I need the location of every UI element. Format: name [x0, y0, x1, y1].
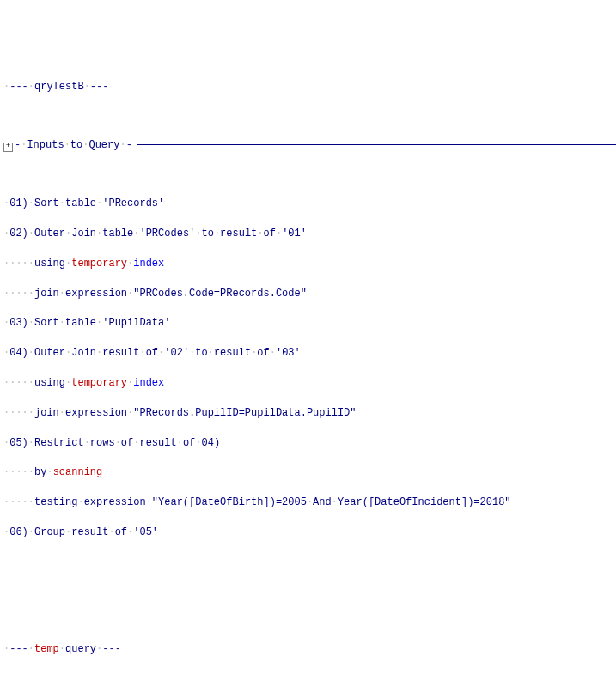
- plan-step: ·02)·Outer·Join·table·'PRCodes'·to·resul…: [3, 227, 613, 241]
- plan-step: ·01)·Sort·table·'PRecords': [3, 197, 613, 211]
- section2-title: ·---·temp·query·---: [3, 642, 613, 657]
- plan-detail: ·····join·expression·"PRecords.PupilID=P…: [3, 406, 613, 421]
- expand-icon[interactable]: +: [3, 143, 13, 152]
- section1-title: ·---·qryTestB·---: [3, 80, 613, 94]
- plan-detail: ·····testing·expression·"Year([DateOfBir…: [3, 495, 613, 510]
- plan-step: ·03)·Sort·table·'PupilData': [3, 316, 613, 331]
- plan-step: ·06)·Group·result·of·'05': [3, 525, 613, 540]
- plan-step: ·05)·Restrict·rows·of·result·of·04): [3, 436, 613, 451]
- plan-detail: ·····using·temporary·index: [3, 257, 613, 271]
- plan-step: ·04)·Outer·Join·result·of·'02'·to·result…: [3, 346, 613, 361]
- plan-detail: ·····using·temporary·index: [3, 376, 613, 391]
- plan-detail: ·····join·expression·"PRCodes.Code=PReco…: [3, 287, 613, 301]
- plan-detail: ·····by·scanning: [3, 465, 613, 480]
- section1-inputs-header[interactable]: +-·Inputs·to·Query·-: [3, 138, 613, 153]
